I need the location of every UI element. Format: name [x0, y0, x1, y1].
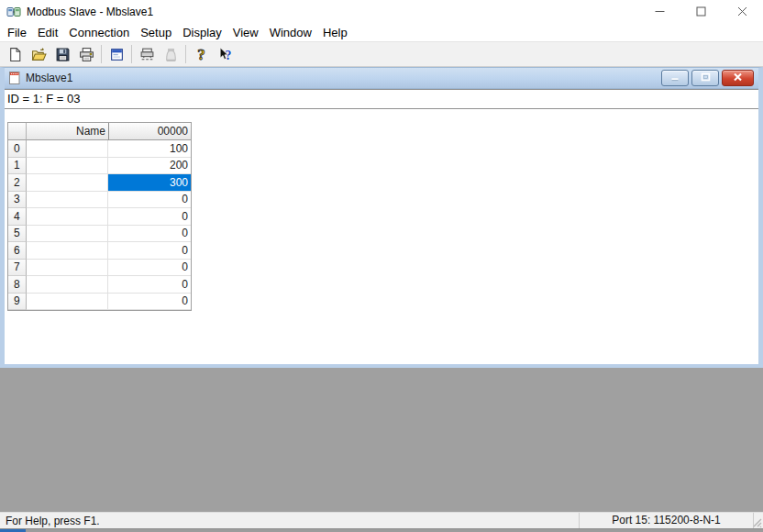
menu-window[interactable]: Window: [264, 25, 317, 41]
new-file-button[interactable]: [3, 43, 27, 65]
grid-row: 0100: [8, 140, 191, 158]
value-cell[interactable]: 0: [108, 260, 191, 277]
arrow-question-icon: ?: [217, 47, 233, 62]
mbslave-document-window: Mbslave1 ID = 1: F = 03 Name 00000: [0, 67, 763, 368]
about-help-button[interactable]: ?: [189, 43, 213, 65]
address-column-header: 00000: [108, 123, 191, 140]
communication-traffic-button[interactable]: [135, 43, 159, 65]
child-close-button[interactable]: [722, 70, 754, 86]
printer-icon: [79, 47, 94, 62]
row-header-cell[interactable]: 3: [8, 192, 27, 209]
device-disabled-icon: [163, 47, 179, 62]
grid-row: 30: [8, 192, 191, 209]
window-controls: [639, 0, 763, 24]
svg-text:?: ?: [197, 47, 205, 62]
value-cell[interactable]: 0: [108, 226, 191, 243]
corner-header-cell: [8, 123, 27, 140]
grid-row: 50: [8, 226, 191, 243]
row-header-cell[interactable]: 8: [8, 276, 27, 294]
slave-definition-button[interactable]: [105, 43, 128, 65]
row-header-cell[interactable]: 7: [8, 260, 27, 277]
toolbar: ??: [0, 41, 763, 67]
grid-row: 2300: [8, 174, 191, 192]
menu-help[interactable]: Help: [317, 25, 353, 41]
menu-display[interactable]: Display: [177, 25, 227, 41]
menu-edit[interactable]: Edit: [32, 25, 63, 41]
window-title: Modbus Slave - Mbslave1: [27, 6, 639, 18]
row-header-cell[interactable]: 4: [8, 208, 27, 226]
close-icon: [737, 6, 747, 19]
child-window-title: Mbslave1: [26, 72, 661, 84]
setup-window-icon: [109, 47, 125, 62]
name-cell[interactable]: [27, 294, 109, 311]
name-cell[interactable]: [27, 226, 109, 243]
menubar: FileEditConnectionSetupDisplayViewWindow…: [0, 24, 763, 41]
value-cell[interactable]: 0: [108, 208, 191, 226]
open-file-button[interactable]: [27, 43, 50, 65]
row-header-cell[interactable]: 6: [8, 242, 27, 260]
row-header-cell[interactable]: 5: [8, 226, 27, 243]
minimize-icon: [655, 6, 665, 19]
question-mark-icon: ?: [194, 47, 209, 62]
modbus-slave-app-icon: [6, 5, 21, 19]
value-cell[interactable]: 100: [108, 140, 191, 158]
grid-row: 70: [8, 260, 191, 277]
statusbar: For Help, press F1. Port 15: 115200-8-N-…: [0, 512, 763, 528]
name-cell[interactable]: [27, 242, 109, 260]
child-close-icon: [733, 71, 743, 84]
name-cell[interactable]: [27, 140, 109, 158]
grid-body: 01001200230030405060708090: [8, 140, 191, 310]
menu-file[interactable]: File: [2, 25, 32, 41]
name-cell[interactable]: [27, 260, 109, 277]
menu-setup[interactable]: Setup: [135, 25, 177, 41]
toolbar-separator: [131, 45, 132, 63]
window-bottom-frame: [0, 528, 763, 532]
resize-grip[interactable]: [750, 515, 762, 527]
name-cell[interactable]: [27, 158, 109, 175]
value-cell[interactable]: 0: [108, 242, 191, 260]
context-help-button[interactable]: ?: [213, 43, 237, 65]
row-header-cell[interactable]: 9: [8, 294, 27, 311]
app-window: Modbus Slave - Mbslave1 FileEditConnecti…: [0, 0, 763, 532]
menu-view[interactable]: View: [227, 25, 264, 41]
row-header-cell[interactable]: 2: [8, 174, 27, 192]
grid-row: 60: [8, 242, 191, 260]
child-restore-icon: [701, 71, 711, 84]
maximize-icon: [696, 6, 706, 19]
serial-device-icon: [139, 47, 155, 62]
row-header-cell[interactable]: 0: [8, 140, 27, 158]
name-cell[interactable]: [27, 276, 109, 294]
child-content-area: Name 00000 01001200230030405060708090: [5, 109, 758, 364]
print-button[interactable]: [74, 43, 98, 65]
grid-row: 80: [8, 276, 191, 294]
child-titlebar: Mbslave1: [5, 68, 758, 89]
display-communication-button: [159, 43, 182, 65]
value-cell[interactable]: 300: [108, 174, 191, 192]
name-cell[interactable]: [27, 192, 109, 209]
status-help-text: For Help, press F1.: [6, 514, 100, 528]
grid-row: 1200: [8, 158, 191, 175]
name-column-header: Name: [27, 123, 109, 140]
menu-connection[interactable]: Connection: [63, 25, 135, 41]
save-button[interactable]: [50, 43, 74, 65]
minimize-button[interactable]: [639, 0, 680, 24]
main-titlebar: Modbus Slave - Mbslave1: [0, 0, 763, 24]
name-cell[interactable]: [27, 208, 109, 226]
value-cell[interactable]: 200: [108, 158, 191, 175]
value-cell[interactable]: 0: [108, 294, 191, 311]
grid-row: 40: [8, 208, 191, 226]
close-button[interactable]: [722, 0, 763, 24]
slave-id-function-line: ID = 1: F = 03: [5, 89, 758, 109]
name-cell[interactable]: [27, 174, 109, 192]
toolbar-separator: [185, 45, 186, 63]
mdi-client-area: [0, 368, 763, 512]
child-restore-button[interactable]: [691, 70, 719, 86]
maximize-button[interactable]: [680, 0, 722, 24]
value-cell[interactable]: 0: [108, 276, 191, 294]
status-port-settings: Port 15: 115200-8-N-1: [579, 513, 754, 528]
new-file-icon: [7, 47, 23, 62]
child-minimize-icon: [670, 71, 680, 84]
child-minimize-button[interactable]: [661, 70, 689, 86]
row-header-cell[interactable]: 1: [8, 158, 27, 175]
value-cell[interactable]: 0: [108, 192, 191, 209]
